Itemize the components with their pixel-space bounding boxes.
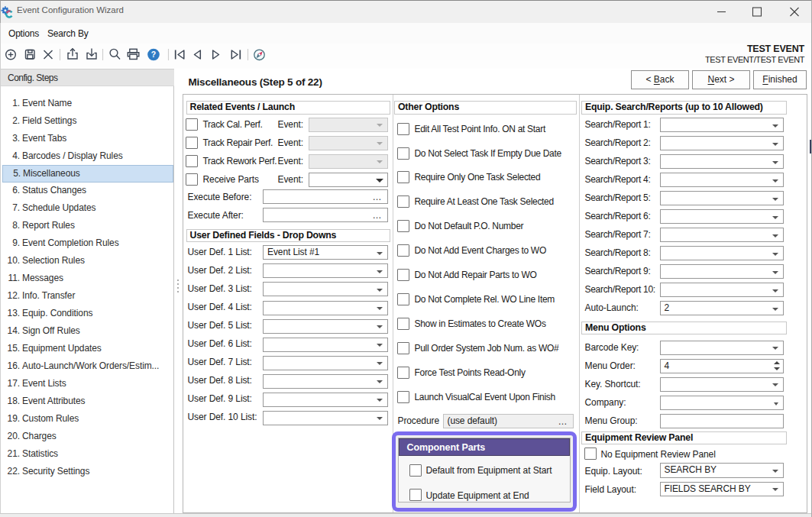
svg-text:?: ? [151,50,156,59]
